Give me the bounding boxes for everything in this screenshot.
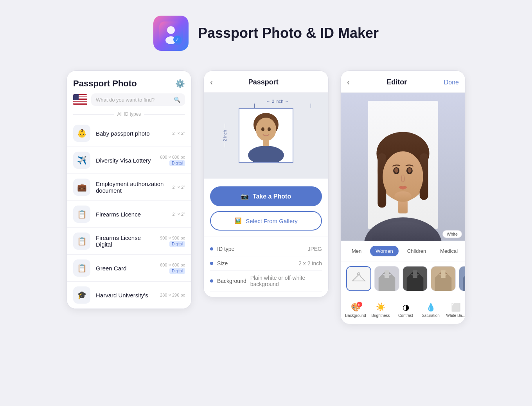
category-tabs: Men Women Children Medical ↻ — [341, 241, 465, 261]
svg-point-11 — [268, 127, 271, 131]
screen3-header: ‹ Editor Done — [341, 71, 465, 93]
app-header: ✓ Passport Photo & ID Maker — [153, 16, 379, 51]
outfit-item-plain[interactable] — [346, 266, 371, 291]
screen1-title: Passport Photo — [73, 79, 137, 89]
digital-badge: Digital — [169, 268, 185, 274]
screen-passport: ‹ Passport ← 2 inch → 2 inch — [203, 70, 329, 297]
list-item[interactable]: 🎓 Harvard University's 280 × 296 px — [67, 282, 191, 309]
svg-point-27 — [358, 273, 360, 275]
outfit-row — [341, 261, 465, 296]
item-name: Harvard University's — [96, 292, 155, 299]
gear-icon[interactable]: ⚙️ — [175, 79, 185, 88]
tool-background-label: Background — [345, 313, 366, 318]
tool-saturation-label: Saturation — [422, 313, 440, 318]
take-photo-button[interactable]: 📷 Take a Photo — [210, 186, 322, 206]
list-item[interactable]: ✈️ Diversity Visa Lottery 600 × 600 px D… — [67, 147, 191, 174]
flag-icon[interactable] — [73, 94, 87, 105]
search-input-box[interactable]: What do you want to find? 🔍 — [91, 93, 185, 106]
brightness-icon: ☀️ — [376, 302, 386, 312]
item-name: Green Card — [96, 265, 155, 272]
hanger-icon — [347, 267, 370, 290]
list-item[interactable]: 💼 Employment authorization document 2" ×… — [67, 174, 191, 201]
outfit-item-2[interactable] — [403, 266, 428, 291]
info-list: ID type JPEG Size 2 x 2 inch Background … — [204, 236, 328, 297]
editor-photo-area: White — [341, 93, 465, 241]
contrast-icon: ◑ — [403, 302, 409, 312]
app-icon: ✓ — [153, 16, 189, 51]
list-item[interactable]: 📋 Firearms Licence 2" × 2" — [67, 201, 191, 228]
item-name: Baby passport photo — [96, 130, 167, 137]
outfit-item-4[interactable] — [459, 266, 465, 291]
tab-medical[interactable]: Medical — [435, 246, 463, 256]
item-name: Diversity Visa Lottery — [96, 157, 155, 164]
list-item[interactable]: 📋 Firearms License Digital 900 × 900 px … — [67, 228, 191, 255]
search-placeholder: What do you want to find? — [96, 97, 155, 103]
tool-brightness[interactable]: ☀️ Brightness — [369, 300, 392, 320]
screen-passport-list: Passport Photo ⚙️ What do you want to fi… — [66, 70, 192, 309]
gallery-icon: 🖼️ — [234, 217, 242, 224]
photo-preview-area: ← 2 inch → 2 inch — [204, 93, 328, 179]
item-name: Firearms Licence — [96, 211, 167, 218]
info-key-size: Size — [217, 260, 295, 266]
visa-icon: ✈️ — [73, 152, 90, 169]
tool-white-balance[interactable]: ⬜ White Ba... — [444, 300, 465, 320]
screen-editor: ‹ Editor Done — [340, 70, 466, 324]
svg-point-7 — [256, 118, 276, 141]
screen2-title: Passport — [248, 78, 279, 86]
done-button[interactable]: Done — [444, 79, 459, 86]
back-button[interactable]: ‹ — [210, 78, 213, 87]
new-badge: N — [357, 302, 362, 307]
info-dot — [210, 262, 213, 265]
search-bar: What do you want to find? 🔍 — [67, 93, 191, 111]
outfit-item-3[interactable] — [431, 266, 456, 291]
tab-men[interactable]: Men — [346, 246, 367, 256]
info-dot — [210, 247, 213, 250]
digital-badge: Digital — [169, 241, 185, 247]
baby-icon: 👶 — [73, 125, 90, 142]
svg-point-24 — [394, 168, 398, 173]
svg-rect-8 — [263, 140, 269, 147]
dimension-left-label: 2 inch — [223, 123, 227, 147]
editor-person-photo — [341, 93, 465, 241]
dimension-top-value: 2 inch — [272, 99, 283, 104]
item-size: 2" × 2" — [172, 185, 185, 190]
svg-text:✓: ✓ — [175, 37, 179, 42]
back-button[interactable]: ‹ — [347, 78, 350, 87]
tool-icon-container: 🎨 N — [351, 302, 361, 312]
person-silhouette — [239, 109, 293, 162]
item-name: Employment authorization document — [96, 181, 167, 194]
list-item[interactable]: 👶 Baby passport photo 2" × 2" — [67, 120, 191, 147]
app-title: Passport Photo & ID Maker — [198, 25, 379, 41]
greencard-icon: 📋 — [73, 259, 90, 277]
search-icon: 🔍 — [174, 97, 180, 103]
toolbar-row: 🎨 N Background ☀️ Brightness ◑ Contrast … — [341, 296, 465, 324]
tool-contrast[interactable]: ◑ Contrast — [394, 300, 417, 320]
digital-badge: Digital — [169, 160, 185, 166]
tab-women[interactable]: Women — [370, 246, 399, 256]
dimension-left-value: 2 inch — [223, 130, 227, 141]
tool-saturation[interactable]: 💧 Saturation — [419, 300, 442, 320]
svg-point-26 — [394, 191, 412, 201]
tool-contrast-label: Contrast — [398, 313, 413, 318]
action-buttons: 📷 Take a Photo 🖼️ Select From Gallery — [204, 179, 328, 236]
list-item[interactable]: 📋 Green Card 600 × 600 px Digital — [67, 255, 191, 282]
tab-children[interactable]: Children — [402, 246, 431, 256]
passport-photo-preview — [239, 108, 293, 163]
gallery-button[interactable]: 🖼️ Select From Gallery — [210, 211, 322, 231]
gallery-label: Select From Gallery — [246, 218, 298, 224]
camera-icon: 📷 — [241, 193, 249, 200]
info-row-bg: Background Plain white or off-white back… — [210, 271, 322, 292]
svg-rect-34 — [441, 270, 446, 278]
item-size: 2" × 2" — [172, 131, 185, 136]
take-photo-label: Take a Photo — [253, 193, 291, 200]
item-name: Firearms License Digital — [96, 234, 155, 248]
info-dot — [210, 279, 213, 283]
info-key-type: ID type — [217, 246, 304, 252]
white-label: White — [442, 230, 462, 238]
item-size: 280 × 296 px — [160, 293, 185, 297]
white-balance-icon: ⬜ — [451, 302, 461, 312]
info-key-bg: Background — [217, 278, 246, 284]
outfit-item-1[interactable] — [374, 266, 399, 291]
svg-point-1 — [167, 26, 175, 34]
tool-background[interactable]: 🎨 N Background — [344, 300, 367, 320]
